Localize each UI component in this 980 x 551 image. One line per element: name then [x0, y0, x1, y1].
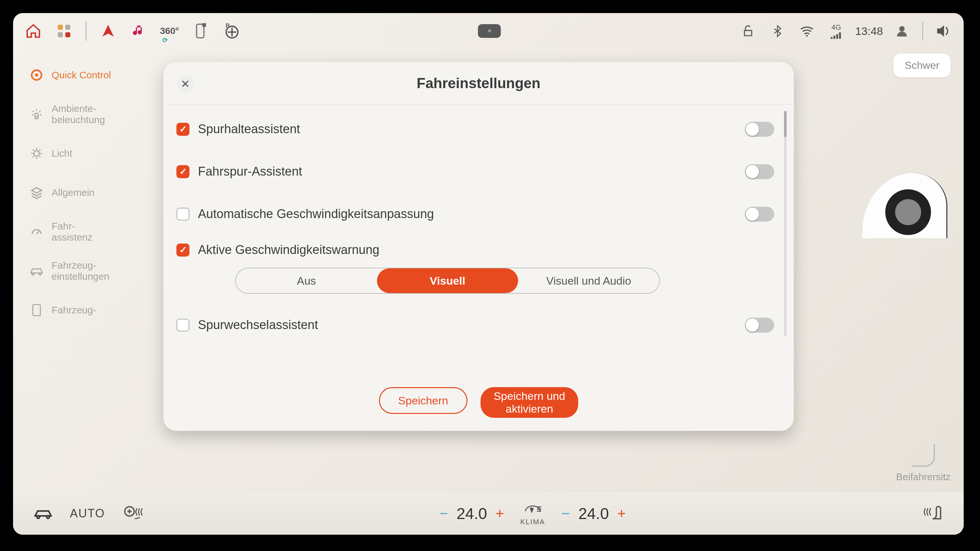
passenger-seat-label: Beifahrersitz [896, 472, 951, 483]
user-icon[interactable] [891, 21, 912, 41]
checkbox[interactable] [177, 243, 189, 257]
svg-text:P: P [226, 22, 230, 29]
car-icon[interactable] [33, 503, 54, 524]
scrollbar-track[interactable] [784, 111, 787, 336]
klima-button[interactable]: KLIMA [520, 501, 545, 526]
checkbox[interactable] [177, 208, 189, 221]
toggle[interactable] [745, 206, 774, 222]
sidebar-item-label: Fahr- assistenz [52, 221, 92, 243]
topbar-divider [86, 21, 87, 41]
setting-label: Spurwechselassistent [198, 318, 736, 332]
left-temp-value: 24.0 [457, 505, 487, 522]
toggle[interactable] [745, 164, 774, 179]
save-button[interactable]: Speichern [379, 387, 468, 414]
checkbox[interactable] [177, 165, 189, 178]
segment-visual[interactable]: Visuell [377, 268, 518, 293]
sidebar-item-quick-control[interactable]: Quick Control [29, 56, 150, 95]
sidebar-item-ambient-light[interactable]: Ambiente- beleuchtung [29, 95, 150, 134]
setting-row-lane-change: Spurwechselassistent [177, 303, 774, 346]
passenger-seat-heat-icon[interactable] [921, 505, 944, 522]
setting-row-speed-warning: Aktive Geschwindigkeitswarnung [177, 235, 774, 264]
setting-label: Spurhalteassistent [198, 122, 736, 136]
steering-mode-card[interactable]: Schwer [893, 54, 951, 77]
sidebar-item-vehicle[interactable]: Fahrzeug- [29, 291, 150, 330]
scrollbar-thumb[interactable] [784, 111, 787, 137]
cellular-icon[interactable]: 4G [826, 21, 847, 41]
left-temp-control: − 24.0 + [440, 505, 504, 522]
setting-row-lane-assist: Fahrspur-Assistent [177, 150, 774, 192]
light-icon [29, 146, 44, 160]
music-icon[interactable] [128, 21, 149, 41]
close-icon: ✕ [181, 77, 190, 91]
volume-icon[interactable] [933, 21, 954, 41]
steering-mode-label: Schwer [905, 59, 940, 71]
bluetooth-icon[interactable] [767, 21, 788, 41]
network-label: 4G [831, 23, 841, 32]
phone-icon[interactable] [190, 21, 211, 41]
sidebar-item-driver-assist[interactable]: Fahr- assistenz [29, 212, 150, 251]
sidebar-item-label: Licht [52, 148, 72, 159]
sidebar-item-label: Allgemein [52, 187, 95, 198]
svg-point-15 [35, 73, 38, 77]
wifi-icon[interactable] [796, 21, 817, 41]
layers-icon [29, 186, 44, 200]
svg-point-8 [806, 35, 808, 37]
sidebar-item-light[interactable]: Licht [29, 134, 150, 173]
quick-control-icon [29, 68, 44, 82]
infotainment-screen: 360° ⟳ P ≡ 4G [13, 13, 964, 535]
home-icon[interactable] [23, 21, 44, 41]
right-temp-control: − 24.0 + [562, 505, 626, 522]
seat-icon [912, 444, 935, 467]
checkbox[interactable] [177, 319, 189, 332]
apps-icon[interactable] [54, 21, 75, 41]
svg-point-16 [34, 151, 40, 156]
car-illustration [862, 134, 954, 238]
close-button[interactable]: ✕ [177, 75, 194, 93]
sidebar-item-label: Ambiente- beleuchtung [52, 103, 105, 125]
passenger-seat-shortcut[interactable]: Beifahrersitz [896, 444, 951, 483]
sidebar-item-label: Quick Control [52, 70, 111, 81]
settings-sidebar: Quick Control Ambiente- beleuchtung Lich… [13, 49, 150, 492]
setting-label: Aktive Geschwindigkeitswarnung [198, 243, 774, 257]
segment-off[interactable]: Aus [236, 268, 377, 293]
left-temp-plus[interactable]: + [496, 505, 504, 522]
driver-seat-heat-icon[interactable] [121, 505, 144, 522]
modal-footer: Speichern Speichern und aktivieren [163, 385, 794, 431]
svg-rect-17 [33, 305, 40, 316]
svg-rect-12 [839, 32, 841, 39]
setting-row-auto-speed: Automatische Geschwindigkeitsanpassung [177, 192, 774, 235]
navigation-icon[interactable] [98, 21, 119, 41]
modal-title: Fahreinstellungen [417, 75, 541, 91]
auto-button[interactable]: AUTO [70, 507, 105, 520]
right-temp-minus[interactable]: − [562, 505, 570, 522]
gauge-icon [29, 225, 44, 239]
right-temp-plus[interactable]: + [617, 505, 626, 522]
park-assist-icon[interactable]: P [221, 21, 242, 41]
segment-visual-audio[interactable]: Visuell und Audio [518, 268, 659, 293]
speed-warning-mode-segmented: Aus Visuell Visuell und Audio [235, 268, 660, 294]
ambient-light-icon [29, 107, 44, 121]
surround-view-icon[interactable]: 360° ⟳ [159, 21, 180, 41]
document-icon [29, 303, 44, 317]
save-activate-button[interactable]: Speichern und aktivieren [480, 387, 578, 418]
sidebar-item-general[interactable]: Allgemein [29, 173, 150, 212]
left-temp-minus[interactable]: − [440, 505, 448, 522]
surround-view-label: 360° [160, 26, 179, 36]
menu-pill-icon[interactable]: ≡ [478, 24, 501, 38]
svg-rect-5 [202, 23, 206, 27]
svg-rect-0 [58, 25, 63, 30]
top-bar-center: ≡ [251, 24, 729, 38]
modal-header: ✕ Fahreinstellungen [163, 62, 794, 105]
toggle[interactable] [745, 318, 774, 333]
lock-open-icon[interactable] [738, 21, 759, 41]
checkbox[interactable] [177, 123, 189, 136]
drive-settings-modal: ✕ Fahreinstellungen Spurhalteassistent F… [163, 62, 794, 431]
toggle[interactable] [745, 122, 774, 137]
save-activate-button-label: Speichern und aktivieren [493, 390, 565, 415]
topbar-divider-right [922, 21, 923, 41]
sidebar-item-vehicle-settings[interactable]: Fahrzeug- einstellungen [29, 251, 150, 291]
svg-rect-3 [65, 32, 70, 37]
climate-bar: AUTO − 24.0 + KLIMA − 24.0 + [13, 492, 964, 535]
sidebar-item-label: Fahrzeug- [52, 305, 96, 316]
modal-body: Spurhalteassistent Fahrspur-Assistent Au… [163, 105, 794, 385]
